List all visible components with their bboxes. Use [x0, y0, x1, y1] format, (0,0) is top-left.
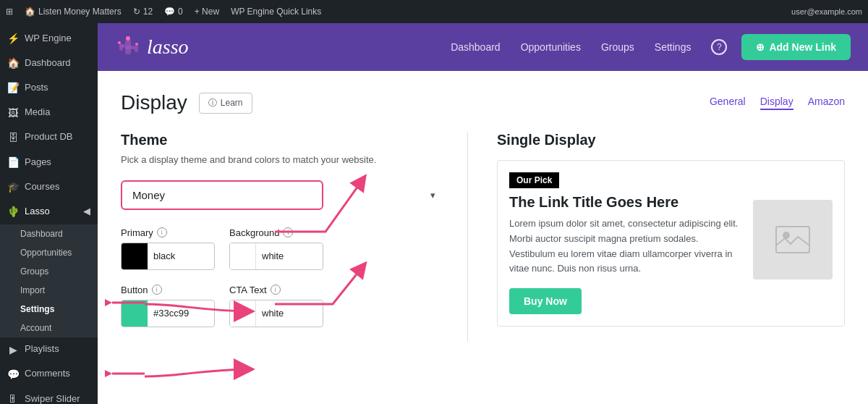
admin-bar-plugin[interactable]: WP Engine Quick Links	[231, 7, 321, 17]
display-link-desc: Lorem ipsum dolor sit amet, consectetur …	[509, 216, 741, 277]
content-area: lasso Dashboard Opportunities Groups Set…	[98, 23, 868, 404]
sidebar-sub-settings[interactable]: Settings	[0, 300, 98, 319]
product-db-icon: 🗄	[7, 131, 19, 144]
media-icon: 🖼	[7, 106, 19, 119]
courses-icon: 🎓	[7, 180, 19, 193]
button-info-icon[interactable]: i	[152, 285, 162, 295]
theme-panel: Theme Pick a display theme and brand col…	[121, 132, 468, 342]
tab-display[interactable]: Display	[760, 96, 793, 110]
lasso-submenu: Dashboard Opportunities Groups Import Se…	[0, 224, 98, 337]
page-header: Display ⓘ Learn General Display Amazon	[121, 91, 845, 114]
display-card-inner: The Link Title Goes Here Lorem ipsum dol…	[498, 194, 844, 326]
sidebar-item-pages[interactable]: 📄 Pages	[0, 150, 98, 174]
admin-bar-comments[interactable]: 💬 0	[164, 7, 183, 17]
svg-rect-8	[776, 227, 809, 253]
sidebar-item-courses[interactable]: 🎓 Courses	[0, 174, 98, 199]
help-icon[interactable]: ?	[711, 39, 727, 55]
background-color-swatch	[230, 243, 256, 269]
primary-color-text[interactable]	[148, 251, 214, 261]
background-color-group: Background i	[229, 227, 323, 270]
chevron-down-icon: ▾	[430, 190, 435, 201]
display-card-image	[753, 200, 833, 279]
background-label: Background i	[229, 227, 323, 238]
lasso-icon: 🌵	[7, 205, 19, 218]
theme-section-title: Theme	[121, 132, 444, 148]
svg-rect-3	[119, 44, 123, 51]
tab-amazon[interactable]: Amazon	[808, 96, 845, 110]
page-title: Display	[121, 91, 187, 114]
cta-text-color-swatch	[230, 300, 256, 327]
background-color-input[interactable]	[229, 243, 323, 270]
primary-color-input[interactable]	[121, 243, 215, 270]
sidebar-item-swiper-slider[interactable]: 🎚 Swiper Slider	[0, 387, 98, 404]
lasso-logo-text: lasso	[147, 35, 189, 59]
sidebar-sub-dashboard[interactable]: Dashboard	[0, 224, 98, 243]
admin-bar-updates[interactable]: ↻ 12	[133, 7, 153, 17]
sidebar-item-product-db[interactable]: 🗄 Product DB	[0, 125, 98, 150]
theme-select[interactable]: Money Bold Lasso Glow Bright	[121, 180, 323, 210]
display-card: Our Pick The Link Title Goes Here Lorem …	[497, 160, 845, 327]
playlists-icon: ▶	[7, 343, 19, 356]
display-card-text: The Link Title Goes Here Lorem ipsum dol…	[509, 194, 741, 314]
background-color-text[interactable]	[256, 251, 323, 261]
button-color-text[interactable]	[148, 308, 214, 319]
primary-label: Primary i	[121, 227, 215, 238]
cta-text-color-input[interactable]	[229, 300, 323, 327]
nav-link-opportunities[interactable]: Opportunities	[521, 41, 581, 53]
sidebar: ⚡ WP Engine 🏠 Dashboard 📝 Posts 🖼 Media …	[0, 23, 98, 404]
sidebar-item-media[interactable]: 🖼 Media	[0, 101, 98, 125]
sidebar-item-playlists[interactable]: ▶ Playlists	[0, 337, 98, 362]
sidebar-item-posts[interactable]: 📝 Posts	[0, 75, 98, 100]
add-new-link-button[interactable]: ⊕ Add New Link	[741, 34, 851, 60]
primary-info-icon[interactable]: i	[157, 227, 167, 237]
sidebar-item-wp-engine[interactable]: ⚡ WP Engine	[0, 26, 98, 51]
sidebar-sub-account[interactable]: Account	[0, 319, 98, 337]
cta-text-color-text[interactable]	[256, 308, 323, 319]
dashboard-icon: 🏠	[7, 56, 19, 70]
page-tabs: General Display Amazon	[710, 96, 845, 110]
sidebar-sub-import[interactable]: Import	[0, 281, 98, 300]
admin-bar-new[interactable]: + New	[195, 7, 219, 17]
sidebar-sub-opportunities[interactable]: Opportunities	[0, 243, 98, 262]
lasso-collapse-icon: ◀	[83, 206, 90, 218]
primary-background-row: Primary i Background i	[121, 227, 444, 270]
sidebar-item-lasso[interactable]: 🌵 Lasso ◀	[0, 199, 98, 224]
svg-rect-1	[125, 46, 135, 49]
admin-bar-home[interactable]: 🏠 Listen Money Matters	[25, 7, 122, 17]
admin-bar-site[interactable]: ⊞	[6, 7, 13, 17]
buy-now-button[interactable]: Buy Now	[509, 288, 582, 314]
primary-color-swatch	[122, 243, 148, 269]
wp-icon: ⊞	[6, 7, 13, 17]
button-color-input[interactable]	[121, 300, 215, 327]
sidebar-sub-groups[interactable]: Groups	[0, 262, 98, 281]
cta-text-label: CTA Text i	[229, 285, 323, 295]
button-label: Button i	[121, 285, 215, 295]
lasso-topnav: lasso Dashboard Opportunities Groups Set…	[98, 23, 868, 71]
lasso-nav-links: Dashboard Opportunities Groups Settings	[451, 41, 691, 53]
posts-icon: 📝	[7, 81, 19, 94]
sidebar-item-dashboard[interactable]: 🏠 Dashboard	[0, 51, 98, 75]
tab-general[interactable]: General	[710, 96, 746, 110]
svg-rect-4	[135, 46, 138, 52]
nav-link-settings[interactable]: Settings	[655, 41, 692, 53]
learn-button[interactable]: ⓘ Learn	[199, 93, 252, 114]
info-circle-icon: ⓘ	[208, 97, 217, 109]
plus-icon: ⊕	[756, 41, 765, 53]
two-column-layout: Theme Pick a display theme and brand col…	[121, 132, 845, 342]
nav-link-dashboard[interactable]: Dashboard	[451, 41, 501, 53]
page-content: Display ⓘ Learn General Display Amazon T…	[98, 71, 868, 404]
cta-text-info-icon[interactable]: i	[271, 285, 281, 295]
primary-color-group: Primary i	[121, 227, 215, 270]
wp-engine-icon: ⚡	[7, 32, 19, 45]
comments-sidebar-icon: 💬	[7, 368, 19, 381]
background-info-icon[interactable]: i	[283, 227, 293, 237]
theme-select-wrapper: Money Bold Lasso Glow Bright ▾	[121, 180, 444, 210]
sidebar-item-comments[interactable]: 💬 Comments	[0, 362, 98, 387]
lasso-cactus-icon	[115, 34, 141, 60]
updates-icon: ↻	[133, 7, 140, 17]
nav-link-groups[interactable]: Groups	[601, 41, 634, 53]
swiper-slider-icon: 🎚	[7, 392, 19, 404]
pages-icon: 📄	[7, 156, 19, 169]
comments-icon: 💬	[164, 7, 175, 17]
svg-point-7	[135, 43, 138, 46]
